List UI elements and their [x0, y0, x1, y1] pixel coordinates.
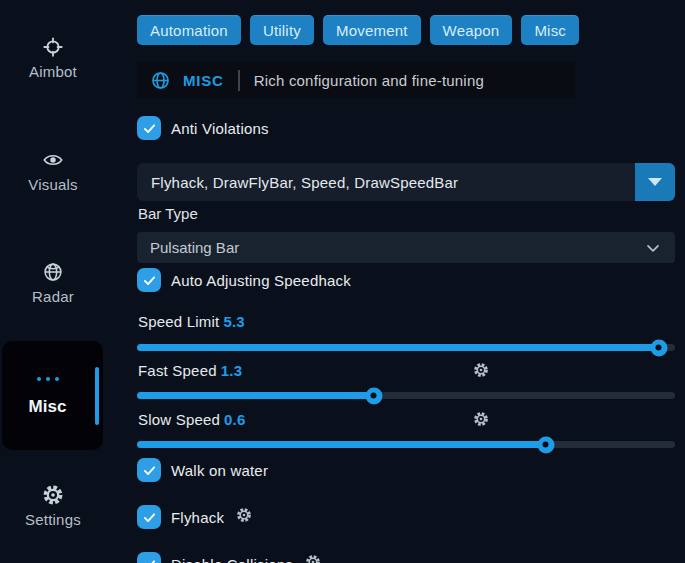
disable-collisions-gear-icon[interactable] — [305, 554, 321, 563]
globe-icon — [42, 261, 64, 283]
fast-speed-slider[interactable] — [137, 392, 675, 399]
section-title: MISC — [183, 72, 224, 89]
slow-speed-gear-icon[interactable] — [473, 411, 489, 431]
flyhack-gear-icon[interactable] — [236, 507, 252, 527]
section-header: MISC Rich configuration and fine-tuning — [137, 62, 575, 98]
flyhack-checkbox[interactable] — [137, 505, 161, 529]
disable-collisions-checkbox[interactable] — [137, 552, 161, 563]
active-indicator-bar — [95, 367, 99, 425]
sidebar-item-label: Settings — [25, 511, 81, 528]
sidebar-item-visuals[interactable]: Visuals — [0, 149, 106, 193]
sidebar-item-label: Radar — [32, 288, 74, 305]
sidebar-item-label: Visuals — [28, 176, 77, 193]
chevron-down-icon — [643, 238, 663, 258]
tab-utility[interactable]: Utility — [250, 15, 314, 45]
slider-fill — [137, 441, 546, 448]
auto-adjusting-speedhack-checkbox[interactable] — [137, 268, 161, 292]
disable-collisions-row: Disable Collisions — [137, 552, 321, 563]
checkbox-label: Walk on water — [171, 462, 268, 479]
gear-icon — [42, 484, 64, 506]
tab-weapon[interactable]: Weapon — [430, 15, 513, 45]
section-subtitle: Rich configuration and fine-tuning — [254, 72, 484, 89]
ellipsis-icon — [2, 377, 93, 381]
sidebar-item-settings[interactable]: Settings — [0, 484, 106, 528]
select-value: Pulsating Bar — [137, 239, 643, 256]
flyhack-row: Flyhack — [137, 505, 252, 529]
slow-speed-value: 0.6 — [224, 411, 245, 428]
tab-automation[interactable]: Automation — [137, 15, 241, 45]
checkbox-label: Flyhack — [171, 509, 224, 526]
tab-misc[interactable]: Misc — [521, 15, 579, 45]
dropdown-open-button[interactable] — [635, 163, 675, 201]
sidebar-item-aimbot[interactable]: Aimbot — [0, 36, 106, 80]
category-tabs: Automation Utility Movement Weapon Misc — [137, 15, 579, 45]
sidebar-item-label: Misc — [2, 397, 93, 417]
sidebar-item-label: Aimbot — [29, 63, 77, 80]
crosshair-icon — [42, 36, 64, 58]
slow-speed-slider[interactable] — [137, 441, 675, 448]
anti-violations-row: Anti Violations — [137, 116, 269, 140]
fast-speed-value: 1.3 — [221, 362, 242, 379]
cheat-menu-window: Aimbot Visuals Radar Misc Settings Autom… — [0, 0, 685, 563]
slider-fill — [137, 344, 659, 351]
fast-speed-label: Fast Speed1.3 — [138, 362, 242, 379]
anti-violations-checkbox[interactable] — [137, 116, 161, 140]
bar-type-label: Bar Type — [138, 205, 198, 222]
sidebar-item-radar[interactable]: Radar — [0, 261, 106, 305]
speed-limit-slider[interactable] — [137, 344, 675, 351]
slider-thumb[interactable] — [650, 339, 667, 356]
slow-speed-label: Slow Speed0.6 — [138, 411, 246, 428]
walk-on-water-checkbox[interactable] — [137, 458, 161, 482]
multiselect-value: Flyhack, DrawFlyBar, Speed, DrawSpeedBar — [137, 174, 635, 191]
checkbox-label: Anti Violations — [171, 120, 269, 137]
slider-fill — [137, 392, 374, 399]
sidebar-item-misc-active[interactable]: Misc — [2, 341, 103, 450]
eye-icon — [42, 149, 64, 171]
checkbox-label: Auto Adjusting Speedhack — [171, 272, 351, 289]
auto-adjusting-speedhack-row: Auto Adjusting Speedhack — [137, 268, 351, 292]
bar-type-select[interactable]: Pulsating Bar — [137, 232, 675, 263]
slider-thumb[interactable] — [537, 436, 554, 453]
header-divider — [238, 70, 240, 91]
speed-limit-value: 5.3 — [223, 313, 244, 330]
dropdown-arrow-icon — [648, 178, 662, 186]
walk-on-water-row: Walk on water — [137, 458, 268, 482]
slider-thumb[interactable] — [365, 387, 382, 404]
tab-movement[interactable]: Movement — [323, 15, 421, 45]
speed-limit-label: Speed Limit5.3 — [138, 313, 245, 330]
fast-speed-gear-icon[interactable] — [473, 362, 489, 382]
globe-icon — [150, 70, 171, 91]
bar-flags-multiselect[interactable]: Flyhack, DrawFlyBar, Speed, DrawSpeedBar — [137, 163, 675, 201]
checkbox-label: Disable Collisions — [171, 556, 293, 563]
